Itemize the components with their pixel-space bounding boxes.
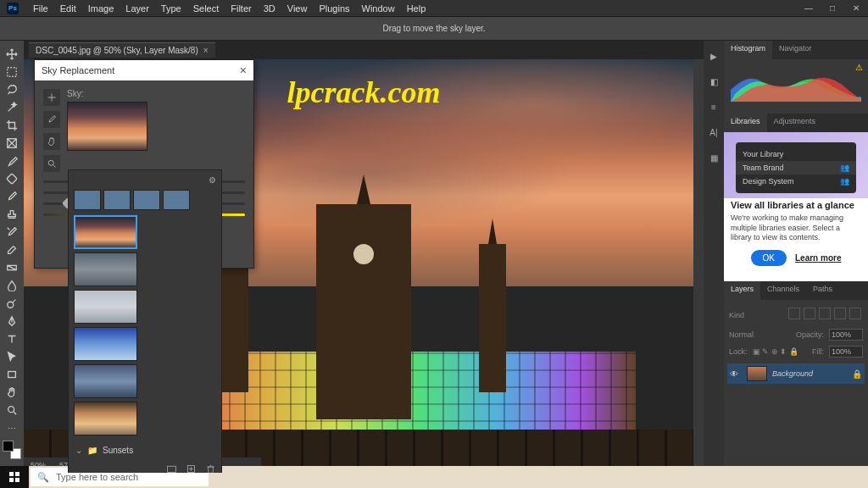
window-controls: — □ ✕ bbox=[797, 1, 868, 16]
document-tab[interactable]: DSC_0045.jpg @ 50% (Sky, Layer Mask/8) × bbox=[29, 42, 215, 58]
dock-play-icon[interactable]: ▶ bbox=[707, 49, 721, 63]
new-folder-icon[interactable] bbox=[166, 463, 177, 473]
sky-thumb-small-2[interactable] bbox=[103, 190, 131, 210]
tab-histogram[interactable]: Histogram bbox=[724, 41, 772, 59]
menu-filter[interactable]: Filter bbox=[225, 2, 257, 15]
lib-team-brand[interactable]: Team Brand👥 bbox=[736, 161, 856, 175]
color-swatches[interactable] bbox=[3, 441, 21, 459]
menu-layer[interactable]: Layer bbox=[120, 2, 155, 15]
rectangle-tool[interactable] bbox=[3, 366, 21, 383]
tab-navigator[interactable]: Navigator bbox=[772, 41, 819, 59]
filter-smart[interactable] bbox=[849, 308, 861, 319]
sky-brush-tool[interactable] bbox=[43, 111, 60, 128]
menu-image[interactable]: Image bbox=[82, 2, 120, 15]
blend-mode-select[interactable]: Normal bbox=[729, 330, 754, 339]
sky-thumb-6[interactable] bbox=[74, 402, 137, 435]
close-tab-icon[interactable]: × bbox=[203, 46, 209, 55]
brush-tool[interactable] bbox=[3, 188, 21, 205]
menu-plugins[interactable]: Plugins bbox=[313, 2, 355, 15]
sky-thumb-small-4[interactable] bbox=[163, 190, 190, 210]
canvas[interactable]: lpcrack.com Sky Replacement × Sky: bbox=[24, 59, 704, 473]
trash-icon[interactable] bbox=[205, 463, 216, 473]
maximize-button[interactable]: □ bbox=[821, 1, 844, 16]
heal-tool[interactable] bbox=[3, 170, 21, 187]
zoom-tool[interactable] bbox=[3, 402, 21, 419]
fill-input[interactable] bbox=[829, 346, 863, 358]
menu-file[interactable]: File bbox=[27, 2, 54, 15]
warning-icon[interactable]: ⚠ bbox=[855, 63, 863, 72]
sky-thumb-small-1[interactable] bbox=[74, 190, 101, 210]
eyedropper-tool[interactable] bbox=[3, 152, 21, 169]
gradient-tool[interactable] bbox=[3, 259, 21, 276]
filter-shape[interactable] bbox=[834, 308, 846, 319]
dialog-close-icon[interactable]: × bbox=[240, 64, 247, 77]
opacity-input[interactable] bbox=[829, 329, 863, 341]
lock-icon[interactable]: 🔒 bbox=[852, 369, 862, 379]
preset-folder[interactable]: ⌄ 📁 Sunsets bbox=[74, 442, 216, 458]
sky-preview-thumb[interactable] bbox=[67, 102, 147, 151]
dock-color-icon[interactable]: ◧ bbox=[707, 75, 721, 88]
pen-tool[interactable] bbox=[3, 313, 21, 330]
lasso-tool[interactable] bbox=[3, 81, 21, 98]
menu-window[interactable]: Window bbox=[356, 2, 401, 15]
close-button[interactable]: ✕ bbox=[844, 1, 868, 16]
eraser-tool[interactable] bbox=[3, 241, 21, 258]
lib-design-system[interactable]: Design System👥 bbox=[743, 175, 849, 188]
filter-pixel[interactable] bbox=[788, 308, 800, 319]
new-preset-icon[interactable] bbox=[186, 463, 197, 473]
menu-help[interactable]: Help bbox=[401, 2, 432, 15]
sky-zoom-tool[interactable] bbox=[43, 155, 60, 172]
sky-thumb-1[interactable] bbox=[74, 215, 137, 249]
marquee-tool[interactable] bbox=[3, 64, 21, 80]
start-button[interactable] bbox=[0, 466, 29, 488]
dock-type-icon[interactable]: A| bbox=[707, 125, 721, 139]
tab-layers[interactable]: Layers bbox=[724, 281, 760, 300]
menu-edit[interactable]: Edit bbox=[54, 2, 82, 15]
frame-tool[interactable] bbox=[3, 135, 21, 152]
menu-select[interactable]: Select bbox=[187, 2, 225, 15]
filter-adjust[interactable] bbox=[804, 308, 815, 319]
sky-move-tool[interactable] bbox=[43, 89, 60, 106]
sky-hand-tool[interactable] bbox=[43, 133, 60, 150]
libraries-ok-button[interactable]: OK bbox=[751, 250, 787, 266]
history-brush-tool[interactable] bbox=[3, 224, 21, 241]
dock-bars-icon[interactable]: ≡ bbox=[707, 100, 721, 114]
tab-channels[interactable]: Channels bbox=[760, 281, 806, 300]
path-select-tool[interactable] bbox=[3, 348, 21, 365]
vertical-scrollbar[interactable] bbox=[693, 59, 704, 473]
visibility-icon[interactable]: 👁 bbox=[730, 369, 742, 379]
move-tool[interactable] bbox=[3, 46, 21, 63]
sky-thumb-small-3[interactable] bbox=[133, 190, 160, 210]
svg-point-4 bbox=[8, 302, 14, 308]
sky-thumb-2[interactable] bbox=[74, 252, 137, 286]
lock-icons[interactable]: ▣ ✎ ⊕ ⬍ 🔒 bbox=[753, 347, 798, 356]
type-tool[interactable] bbox=[3, 330, 21, 347]
filter-type[interactable] bbox=[819, 308, 831, 319]
menu-view[interactable]: View bbox=[281, 2, 314, 15]
dock-swatch-icon[interactable]: ▦ bbox=[707, 151, 721, 164]
dialog-title-bar[interactable]: Sky Replacement × bbox=[35, 60, 253, 80]
hand-tool[interactable] bbox=[3, 384, 21, 401]
lib-your-library[interactable]: Your Library bbox=[743, 147, 849, 161]
crop-tool[interactable] bbox=[3, 117, 21, 134]
tab-libraries[interactable]: Libraries bbox=[724, 114, 767, 132]
tab-paths[interactable]: Paths bbox=[806, 281, 839, 300]
dodge-tool[interactable] bbox=[3, 295, 21, 312]
layer-background[interactable]: 👁 Background 🔒 bbox=[727, 363, 865, 384]
menu-type[interactable]: Type bbox=[155, 2, 187, 15]
menu-3d[interactable]: 3D bbox=[258, 2, 281, 15]
foreground-swatch[interactable] bbox=[3, 441, 14, 452]
tools-toolbar: ⋯ bbox=[0, 41, 24, 473]
gear-icon[interactable]: ⚙ bbox=[209, 175, 216, 185]
stamp-tool[interactable] bbox=[3, 206, 21, 223]
tab-adjustments[interactable]: Adjustments bbox=[767, 114, 823, 132]
sky-thumb-4[interactable] bbox=[74, 327, 137, 361]
sky-thumb-3[interactable] bbox=[74, 290, 137, 324]
sky-thumb-5[interactable] bbox=[74, 364, 137, 398]
minimize-button[interactable]: — bbox=[797, 1, 821, 16]
blur-tool[interactable] bbox=[3, 277, 21, 294]
libraries-learn-more[interactable]: Learn more bbox=[795, 253, 841, 263]
wand-tool[interactable] bbox=[3, 99, 21, 116]
edit-toolbar[interactable]: ⋯ bbox=[3, 419, 21, 436]
svg-rect-10 bbox=[9, 472, 14, 476]
